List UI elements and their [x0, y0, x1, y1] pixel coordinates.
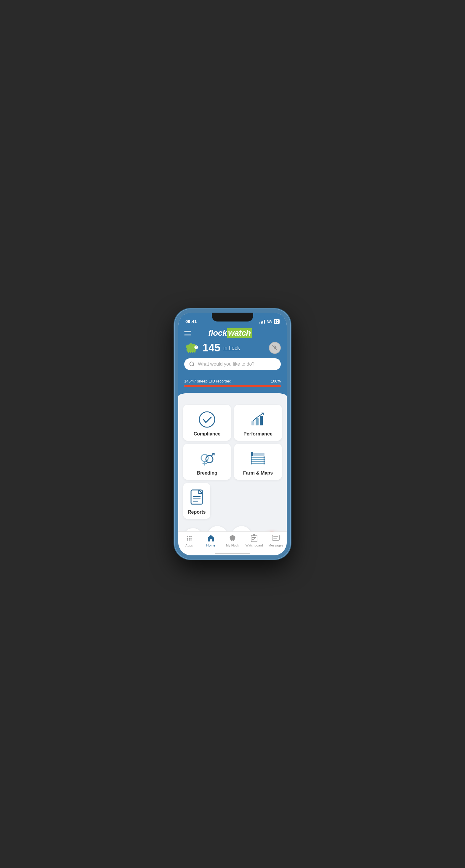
- signal-icon: [259, 320, 265, 323]
- remedy-purchase-action[interactable]: + RemedyPurchase: [207, 526, 228, 531]
- svg-point-58: [189, 538, 190, 539]
- nav-my-flock[interactable]: My Flock: [224, 534, 241, 547]
- flock-icon: [228, 534, 237, 542]
- svg-point-54: [187, 536, 188, 537]
- nav-my-flock-label: My Flock: [226, 544, 239, 547]
- flock-label: in flock: [223, 345, 240, 351]
- compliance-label: Compliance: [194, 431, 221, 437]
- performance-card[interactable]: Performance: [234, 405, 282, 441]
- main-grid: Compliance: [183, 405, 282, 480]
- svg-rect-70: [253, 534, 255, 536]
- svg-rect-15: [256, 418, 259, 426]
- svg-point-13: [199, 412, 215, 427]
- nav-watchboard[interactable]: Watchboard: [245, 534, 263, 547]
- svg-point-66: [233, 536, 235, 539]
- hamburger-line-3: [184, 335, 191, 335]
- svg-rect-6: [192, 351, 194, 352]
- status-time: 09:41: [185, 319, 197, 324]
- flock-count-row: 145 in flock: [184, 342, 281, 354]
- breeding-card[interactable]: Breeding: [183, 444, 231, 480]
- breeding-icon: [198, 450, 216, 467]
- svg-point-17: [201, 455, 208, 462]
- progress-section: 145/47 sheep EID recorded 100%: [178, 376, 287, 393]
- main-content: Compliance: [178, 393, 287, 531]
- home-indicator-area: [178, 553, 287, 555]
- farm-maps-label: Farm & Maps: [243, 470, 273, 476]
- performance-label: Performance: [243, 431, 272, 437]
- grid-section: Compliance: [178, 402, 287, 522]
- svg-rect-68: [233, 540, 234, 541]
- fab-add-button[interactable]: [262, 531, 282, 531]
- svg-point-18: [206, 456, 213, 463]
- flock-info: 145 in flock: [184, 342, 240, 354]
- reports-card[interactable]: Reports: [183, 483, 210, 519]
- farm-maps-card[interactable]: Farm & Maps: [234, 444, 282, 480]
- header-top: flock watch: [184, 328, 281, 338]
- search-placeholder: What would you like to do?: [198, 362, 254, 367]
- clipboard-icon: [250, 534, 258, 542]
- progress-bar: [184, 385, 281, 387]
- svg-rect-29: [264, 456, 264, 464]
- nav-apps[interactable]: Apps: [180, 534, 198, 547]
- sheep-treatment-circle: +: [232, 526, 252, 531]
- remedy-purchase-circle: +: [207, 526, 228, 531]
- grid-icon: [185, 534, 194, 542]
- phone-screen: 09:41 3G 80 flo: [178, 313, 287, 555]
- svg-point-57: [187, 538, 188, 539]
- flock-count: 145: [203, 342, 220, 354]
- reports-label: Reports: [188, 509, 206, 515]
- battery-indicator: 80: [274, 319, 280, 324]
- app-logo: flock watch: [208, 328, 252, 338]
- nav-home[interactable]: Home: [202, 534, 220, 547]
- logo-flock-text: flock: [208, 328, 227, 338]
- performance-icon: [249, 411, 267, 428]
- svg-point-59: [191, 538, 192, 539]
- compliance-card[interactable]: Compliance: [183, 405, 231, 441]
- svg-rect-7: [194, 351, 196, 352]
- svg-rect-22: [252, 453, 264, 456]
- svg-point-62: [191, 539, 192, 540]
- syringe-icon: [236, 530, 247, 531]
- progress-percent: 100%: [271, 379, 281, 383]
- add-sheep-circle: +: [183, 528, 203, 531]
- wave-bg: [178, 393, 287, 402]
- quick-actions: + Add Sheep: [178, 522, 287, 531]
- sheep-silhouette-icon: [184, 342, 200, 354]
- compliance-icon: [198, 411, 216, 428]
- breeding-label: Breeding: [197, 470, 217, 476]
- svg-rect-16: [260, 416, 263, 426]
- logo-watch-text: watch: [227, 328, 252, 338]
- svg-point-11: [190, 362, 194, 366]
- home-indicator: [215, 553, 250, 554]
- phone-frame: 09:41 3G 80 flo: [175, 309, 290, 559]
- message-icon: [271, 534, 280, 542]
- briefcase-medical-icon: [212, 530, 223, 531]
- notch: [212, 313, 253, 321]
- progress-label: 145/47 sheep EID recorded: [184, 379, 231, 383]
- svg-rect-69: [251, 535, 257, 542]
- svg-rect-72: [272, 535, 279, 540]
- svg-point-9: [196, 346, 197, 347]
- progress-info: 145/47 sheep EID recorded 100%: [184, 379, 281, 383]
- nav-apps-label: Apps: [185, 544, 193, 547]
- progress-bar-fill: [184, 385, 281, 387]
- svg-rect-28: [252, 456, 252, 464]
- bluetooth-toggle-button[interactable]: [269, 342, 281, 354]
- hamburger-menu-button[interactable]: [184, 331, 191, 335]
- svg-rect-5: [190, 351, 191, 352]
- add-sheep-action[interactable]: + Add Sheep: [183, 528, 203, 531]
- svg-point-61: [189, 539, 190, 540]
- nav-messages[interactable]: Messages: [267, 534, 285, 547]
- hamburger-line-2: [184, 333, 191, 334]
- reports-icon: [188, 489, 206, 506]
- sheep-treatment-action[interactable]: + SheepTreatment: [232, 526, 252, 531]
- svg-point-8: [194, 345, 198, 349]
- svg-rect-23: [251, 452, 253, 456]
- search-bar[interactable]: What would you like to do?: [184, 358, 281, 370]
- svg-point-60: [187, 539, 188, 540]
- status-right: 3G 80: [259, 319, 280, 324]
- svg-rect-67: [231, 540, 232, 541]
- reports-row: Reports: [183, 483, 282, 519]
- farm-maps-icon: [249, 450, 267, 467]
- app-header: flock watch: [178, 326, 287, 376]
